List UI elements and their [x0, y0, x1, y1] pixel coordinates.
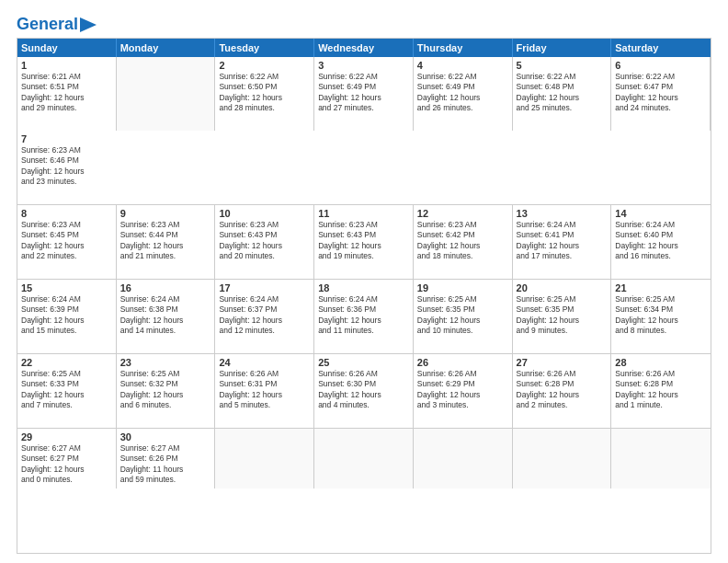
day-info: Sunrise: 6:23 AM Sunset: 6:43 PM Dayligh…	[318, 220, 409, 262]
calendar-cell-w5-d6	[513, 429, 612, 488]
day-number: 18	[318, 282, 409, 293]
day-info: Sunrise: 6:21 AM Sunset: 6:51 PM Dayligh…	[21, 72, 112, 114]
day-info: Sunrise: 6:24 AM Sunset: 6:37 PM Dayligh…	[219, 294, 310, 337]
day-info: Sunrise: 6:25 AM Sunset: 6:35 PM Dayligh…	[517, 294, 608, 337]
day-info: Sunrise: 6:24 AM Sunset: 6:39 PM Dayligh…	[21, 294, 112, 337]
calendar-cell-w2-d1: 8Sunrise: 6:23 AM Sunset: 6:45 PM Daylig…	[17, 205, 117, 279]
header-thursday: Thursday	[414, 39, 513, 57]
day-info: Sunrise: 6:26 AM Sunset: 6:28 PM Dayligh…	[615, 369, 707, 411]
calendar-cell-w4-d7: 28Sunrise: 6:26 AM Sunset: 6:28 PM Dayli…	[611, 354, 711, 428]
day-info: Sunrise: 6:24 AM Sunset: 6:38 PM Dayligh…	[120, 294, 211, 337]
calendar-cell-w3-d1: 15Sunrise: 6:24 AM Sunset: 6:39 PM Dayli…	[17, 280, 117, 353]
day-info: Sunrise: 6:26 AM Sunset: 6:30 PM Dayligh…	[318, 369, 409, 411]
day-info: Sunrise: 6:23 AM Sunset: 6:43 PM Dayligh…	[219, 220, 310, 262]
calendar-cell-w5-d3	[215, 429, 314, 488]
logo-text: General	[17, 15, 78, 34]
day-info: Sunrise: 6:25 AM Sunset: 6:33 PM Dayligh…	[21, 369, 112, 411]
calendar-cell-w1-d4: 3Sunrise: 6:22 AM Sunset: 6:49 PM Daylig…	[314, 57, 414, 131]
calendar-cell-w3-d3: 17Sunrise: 6:24 AM Sunset: 6:37 PM Dayli…	[215, 280, 314, 353]
calendar-cell-w2-d7: 14Sunrise: 6:24 AM Sunset: 6:40 PM Dayli…	[611, 205, 711, 279]
calendar-cell-w1-d3: 2Sunrise: 6:22 AM Sunset: 6:50 PM Daylig…	[215, 57, 314, 131]
header-saturday: Saturday	[611, 39, 711, 57]
calendar-week-4: 22Sunrise: 6:25 AM Sunset: 6:33 PM Dayli…	[17, 354, 711, 429]
day-info: Sunrise: 6:27 AM Sunset: 6:26 PM Dayligh…	[120, 443, 211, 486]
calendar-cell-w2-d3: 10Sunrise: 6:23 AM Sunset: 6:43 PM Dayli…	[215, 205, 314, 279]
day-info: Sunrise: 6:22 AM Sunset: 6:48 PM Dayligh…	[517, 72, 608, 114]
calendar-cell-w5-d1: 29Sunrise: 6:27 AM Sunset: 6:27 PM Dayli…	[17, 429, 117, 488]
calendar-cell-w2-d4: 11Sunrise: 6:23 AM Sunset: 6:43 PM Dayli…	[314, 205, 414, 279]
calendar-cell-w5-d7	[611, 429, 711, 488]
calendar-cell-w4-d3: 24Sunrise: 6:26 AM Sunset: 6:31 PM Dayli…	[215, 354, 314, 428]
day-number: 6	[615, 60, 706, 71]
day-number: 29	[21, 431, 112, 442]
day-number: 27	[517, 357, 608, 368]
day-number: 17	[219, 282, 310, 293]
day-info: Sunrise: 6:22 AM Sunset: 6:47 PM Dayligh…	[615, 72, 706, 114]
day-number: 16	[120, 282, 211, 293]
calendar-cell-w4-d6: 27Sunrise: 6:26 AM Sunset: 6:28 PM Dayli…	[513, 354, 612, 428]
day-info: Sunrise: 6:22 AM Sunset: 6:49 PM Dayligh…	[417, 72, 508, 114]
day-number: 2	[219, 60, 310, 71]
day-number: 24	[219, 357, 310, 368]
header-friday: Friday	[513, 39, 612, 57]
day-info: Sunrise: 6:23 AM Sunset: 6:42 PM Dayligh…	[417, 220, 508, 262]
day-number: 28	[615, 357, 707, 368]
day-number: 30	[120, 431, 211, 442]
header: General	[17, 15, 711, 30]
calendar-cell-w1-d6: 5Sunrise: 6:22 AM Sunset: 6:48 PM Daylig…	[513, 57, 612, 131]
day-number: 7	[21, 133, 113, 144]
calendar-week-3: 15Sunrise: 6:24 AM Sunset: 6:39 PM Dayli…	[17, 280, 711, 354]
calendar-cell-w5-d2: 30Sunrise: 6:27 AM Sunset: 6:26 PM Dayli…	[117, 429, 216, 488]
day-info: Sunrise: 6:26 AM Sunset: 6:29 PM Dayligh…	[417, 369, 508, 411]
calendar-cell-w1-d8: 7Sunrise: 6:23 AM Sunset: 6:46 PM Daylig…	[17, 131, 117, 204]
calendar-week-5: 29Sunrise: 6:27 AM Sunset: 6:27 PM Dayli…	[17, 429, 711, 488]
day-info: Sunrise: 6:25 AM Sunset: 6:35 PM Dayligh…	[417, 294, 508, 337]
calendar-cell-w4-d2: 23Sunrise: 6:25 AM Sunset: 6:32 PM Dayli…	[117, 354, 216, 428]
day-info: Sunrise: 6:23 AM Sunset: 6:45 PM Dayligh…	[21, 220, 112, 262]
day-number: 8	[21, 208, 112, 219]
calendar-cell-w5-d4	[314, 429, 414, 488]
calendar: Sunday Monday Tuesday Wednesday Thursday…	[17, 38, 711, 554]
svg-marker-0	[80, 17, 97, 32]
day-number: 23	[120, 357, 211, 368]
calendar-cell-w3-d6: 20Sunrise: 6:25 AM Sunset: 6:35 PM Dayli…	[513, 280, 612, 353]
calendar-cell-w4-d1: 22Sunrise: 6:25 AM Sunset: 6:33 PM Dayli…	[17, 354, 117, 428]
day-number: 9	[120, 208, 211, 219]
calendar-body: 1Sunrise: 6:21 AM Sunset: 6:51 PM Daylig…	[17, 57, 711, 488]
calendar-cell-w1-d1: 1Sunrise: 6:21 AM Sunset: 6:51 PM Daylig…	[17, 57, 117, 131]
calendar-week-1: 1Sunrise: 6:21 AM Sunset: 6:51 PM Daylig…	[17, 57, 711, 205]
calendar-cell-w3-d4: 18Sunrise: 6:24 AM Sunset: 6:36 PM Dayli…	[314, 280, 414, 353]
page: General Sunday Monday Tuesday Wednesday …	[0, 0, 728, 563]
day-number: 11	[318, 208, 409, 219]
calendar-cell-w3-d5: 19Sunrise: 6:25 AM Sunset: 6:35 PM Dayli…	[414, 280, 513, 353]
day-number: 5	[517, 60, 608, 71]
day-info: Sunrise: 6:24 AM Sunset: 6:40 PM Dayligh…	[615, 220, 707, 262]
day-number: 15	[21, 282, 112, 293]
calendar-cell-w1-d2	[117, 57, 216, 131]
day-number: 20	[517, 282, 608, 293]
day-number: 3	[318, 60, 409, 71]
calendar-cell-w2-d5: 12Sunrise: 6:23 AM Sunset: 6:42 PM Dayli…	[414, 205, 513, 279]
calendar-cell-w3-d2: 16Sunrise: 6:24 AM Sunset: 6:38 PM Dayli…	[117, 280, 216, 353]
day-info: Sunrise: 6:24 AM Sunset: 6:41 PM Dayligh…	[517, 220, 608, 262]
calendar-week-2: 8Sunrise: 6:23 AM Sunset: 6:45 PM Daylig…	[17, 205, 711, 280]
header-sunday: Sunday	[17, 39, 117, 57]
day-info: Sunrise: 6:24 AM Sunset: 6:36 PM Dayligh…	[318, 294, 409, 337]
day-info: Sunrise: 6:22 AM Sunset: 6:50 PM Dayligh…	[219, 72, 310, 114]
header-monday: Monday	[117, 39, 216, 57]
calendar-header-row: Sunday Monday Tuesday Wednesday Thursday…	[17, 39, 711, 57]
day-info: Sunrise: 6:22 AM Sunset: 6:49 PM Dayligh…	[318, 72, 409, 114]
calendar-cell-w2-d6: 13Sunrise: 6:24 AM Sunset: 6:41 PM Dayli…	[513, 205, 612, 279]
day-number: 12	[417, 208, 508, 219]
day-number: 26	[417, 357, 508, 368]
calendar-cell-w5-d5	[414, 429, 513, 488]
calendar-cell-w3-d7: 21Sunrise: 6:25 AM Sunset: 6:34 PM Dayli…	[611, 280, 711, 353]
day-info: Sunrise: 6:27 AM Sunset: 6:27 PM Dayligh…	[21, 443, 112, 486]
day-info: Sunrise: 6:23 AM Sunset: 6:44 PM Dayligh…	[120, 220, 211, 262]
logo-arrow-icon	[80, 17, 97, 32]
calendar-cell-w1-d7: 6Sunrise: 6:22 AM Sunset: 6:47 PM Daylig…	[611, 57, 711, 131]
header-wednesday: Wednesday	[314, 39, 414, 57]
calendar-cell-w4-d4: 25Sunrise: 6:26 AM Sunset: 6:30 PM Dayli…	[314, 354, 414, 428]
day-number: 1	[21, 60, 112, 71]
day-number: 4	[417, 60, 508, 71]
